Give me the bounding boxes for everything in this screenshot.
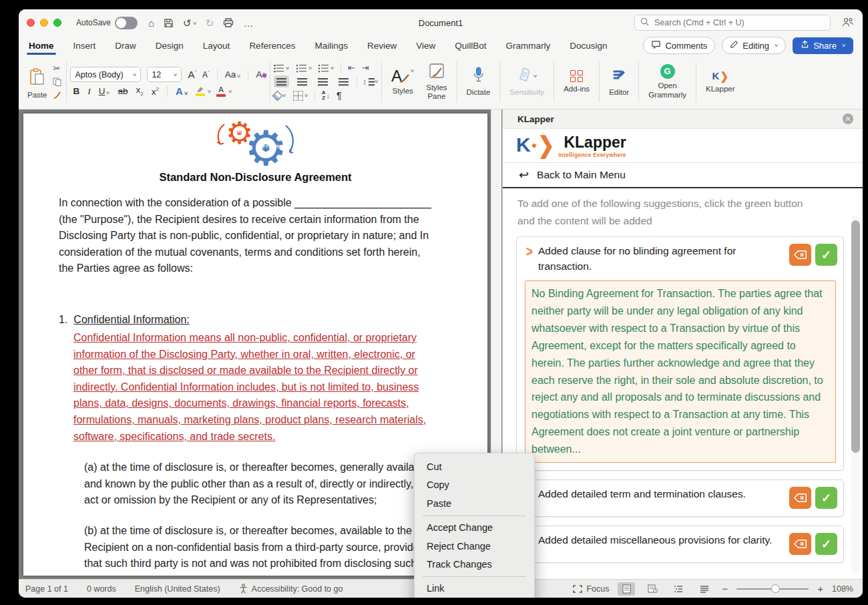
print-icon[interactable] — [223, 18, 234, 27]
increase-indent-button[interactable]: ⇥ — [362, 63, 369, 73]
subscript-button[interactable]: x2 — [136, 85, 144, 97]
word-count[interactable]: 0 words — [87, 584, 116, 594]
menu-item-reject-change[interactable]: Reject Change — [415, 538, 534, 556]
more-toolbar-button[interactable]: … — [243, 18, 253, 28]
zoom-slider-knob[interactable] — [771, 584, 780, 593]
line-spacing-dropdown[interactable]: ↕∨ — [363, 77, 378, 85]
change-case-dropdown[interactable]: Aa∨ — [225, 70, 241, 79]
shading-dropdown[interactable]: ∨ — [274, 92, 286, 99]
close-window-button[interactable] — [27, 19, 35, 27]
save-icon[interactable] — [164, 18, 174, 28]
presence-icon[interactable] — [842, 17, 853, 30]
close-pane-icon[interactable]: ✕ — [843, 114, 853, 124]
justify-button[interactable] — [336, 75, 351, 87]
accessibility-status[interactable]: Accessibility: Good to go — [239, 584, 343, 594]
show-paragraph-marks-button[interactable]: ¶ — [337, 90, 342, 101]
back-to-main-menu[interactable]: ↩ Back to Main Menu — [503, 163, 863, 188]
italic-button[interactable]: I — [87, 87, 91, 96]
redo-button[interactable]: ↻ — [206, 18, 214, 28]
font-color-dropdown[interactable]: A — [216, 86, 226, 97]
tab-insert[interactable]: Insert — [73, 38, 97, 53]
open-grammarly-button[interactable]: G Open Grammarly — [642, 55, 692, 109]
print-layout-view-button[interactable] — [618, 582, 635, 596]
search-box[interactable] — [634, 15, 831, 31]
tab-layout[interactable]: Layout — [202, 38, 231, 53]
tab-home[interactable]: Home — [28, 38, 55, 53]
tab-docusign[interactable]: Docusign — [569, 38, 608, 53]
highlight-color-dropdown[interactable] — [196, 86, 205, 96]
read-mode-view-button[interactable] — [644, 582, 661, 596]
search-input[interactable] — [653, 17, 825, 28]
minimize-window-button[interactable] — [40, 19, 48, 27]
menu-item-link[interactable]: Link — [415, 580, 534, 598]
tab-mailings[interactable]: Mailings — [314, 38, 349, 53]
underline-dropdown[interactable]: U∨ — [99, 87, 110, 96]
tab-view[interactable]: View — [415, 38, 436, 53]
tab-draw[interactable]: Draw — [114, 38, 137, 53]
font-size-combo[interactable]: 12∨ — [147, 67, 182, 82]
zoom-slider[interactable] — [736, 584, 809, 593]
draft-view-button[interactable] — [696, 582, 713, 596]
menu-item-accept-change[interactable]: Accept Change — [415, 519, 534, 537]
autosave-toggle[interactable] — [115, 17, 138, 29]
tab-grammarly[interactable]: Grammarly — [505, 38, 552, 53]
clear-formatting-button[interactable]: A — [256, 70, 266, 79]
share-button[interactable]: Share ∨ — [793, 37, 853, 54]
sort-button[interactable]: AZ↓ — [322, 90, 330, 101]
menu-item-paste[interactable]: Paste — [415, 495, 534, 513]
cut-icon[interactable]: ✂ — [53, 64, 61, 73]
page-count[interactable]: Page 1 of 1 — [25, 584, 68, 594]
bullet-list-button[interactable] — [274, 64, 284, 72]
tab-references[interactable]: References — [248, 38, 296, 53]
align-center-button[interactable] — [294, 75, 310, 87]
align-left-button[interactable] — [274, 75, 289, 87]
menu-item-cut[interactable]: Cut — [415, 458, 534, 476]
borders-dropdown[interactable]: ∨ — [293, 91, 308, 101]
accept-suggestion-button[interactable]: ✓ — [815, 244, 837, 266]
grow-font-button[interactable]: Aˆ — [188, 69, 196, 79]
comments-button[interactable]: Comments — [643, 37, 715, 54]
strikethrough-button[interactable]: ab — [118, 87, 128, 96]
undo-chevron-icon[interactable]: ∨ — [192, 21, 197, 25]
menu-item-copy[interactable]: Copy — [415, 476, 534, 494]
editor-button[interactable]: Editor — [603, 55, 635, 109]
format-painter-icon[interactable] — [53, 91, 61, 99]
shrink-font-button[interactable]: Aˇ — [202, 70, 210, 79]
styles-pane-button[interactable]: Styles Pane — [420, 55, 453, 109]
dismiss-suggestion-button[interactable] — [789, 244, 811, 266]
accept-suggestion-button[interactable]: ✓ — [815, 487, 837, 509]
text-effects-dropdown[interactable]: A∨ — [176, 86, 188, 96]
editing-mode-dropdown[interactable]: Editing ∨ — [722, 37, 786, 54]
outline-view-button[interactable] — [670, 582, 687, 596]
decrease-indent-button[interactable]: ⇤ — [348, 63, 355, 73]
home-icon[interactable]: ⌂ — [148, 18, 154, 28]
dictate-button[interactable]: Dictate — [461, 55, 497, 109]
focus-mode-button[interactable]: Focus — [573, 584, 609, 594]
expand-chevron-icon[interactable]: > — [521, 240, 538, 261]
zoom-window-button[interactable] — [53, 19, 61, 27]
accept-suggestion-button[interactable]: ✓ — [815, 533, 837, 555]
multilevel-list-button[interactable] — [318, 64, 329, 72]
zoom-out-button[interactable]: − — [722, 584, 728, 594]
menu-item-track-changes[interactable]: Track Changes — [415, 556, 534, 574]
styles-dropdown[interactable]: A ∨ Styles — [385, 55, 420, 109]
pane-scrollbar-thumb[interactable] — [851, 220, 860, 453]
zoom-in-button[interactable]: + — [817, 584, 823, 594]
tab-review[interactable]: Review — [367, 38, 397, 53]
tab-quillbot[interactable]: QuillBot — [454, 38, 487, 53]
language-indicator[interactable]: English (United States) — [135, 584, 220, 594]
tab-design[interactable]: Design — [155, 38, 184, 53]
superscript-button[interactable]: x2 — [152, 87, 159, 96]
add-ins-button[interactable]: Add-ins — [558, 55, 596, 109]
copy-icon[interactable] — [53, 77, 61, 86]
paste-button[interactable]: Paste — [21, 55, 53, 109]
dismiss-suggestion-button[interactable] — [789, 533, 811, 555]
font-name-combo[interactable]: Aptos (Body)∨ — [70, 67, 141, 82]
klapper-ribbon-button[interactable]: K❯ KLapper — [700, 55, 740, 109]
numbered-list-button[interactable] — [296, 64, 306, 72]
dismiss-suggestion-button[interactable] — [789, 487, 811, 509]
bold-button[interactable]: B — [73, 87, 79, 96]
undo-button[interactable]: ↺∨ — [183, 18, 196, 28]
zoom-percentage[interactable]: 108% — [832, 584, 853, 594]
align-right-button[interactable] — [315, 75, 331, 87]
